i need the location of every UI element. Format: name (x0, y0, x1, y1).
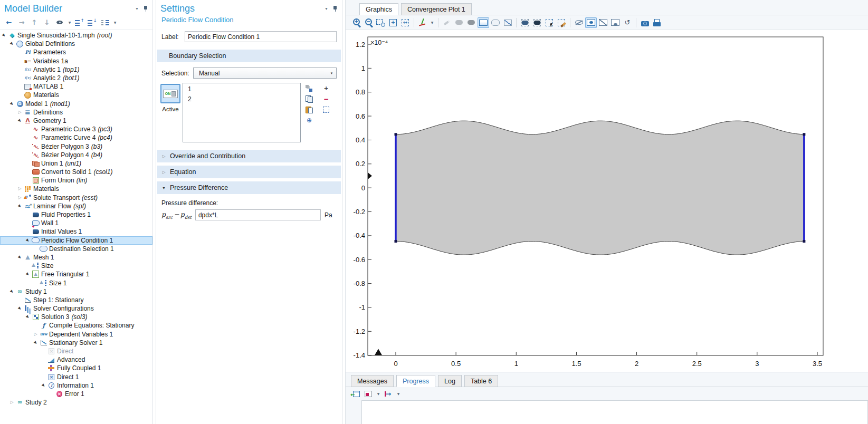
copy-selection-icon[interactable] (305, 95, 313, 103)
no-lighting-icon[interactable] (502, 17, 513, 28)
select-arrow-icon[interactable] (543, 17, 555, 28)
tab-messages[interactable]: Messages (351, 375, 394, 387)
tree-item[interactable]: MATLAB 1 (0, 82, 152, 91)
tree-item[interactable]: ▶Solver Configurations (0, 304, 152, 313)
collapsed-arrow-icon[interactable]: ▷ (9, 398, 15, 407)
tree-item[interactable]: ▶Global Definitions (0, 40, 152, 48)
dropdown-icon[interactable]: ▼ (429, 17, 435, 28)
graphics-canvas[interactable]: ×10⁻⁴1.210.80.60.40.20-0.2-0.4-0.6-0.8-1… (346, 30, 868, 372)
tree-item[interactable]: ▷Definitions (0, 108, 152, 117)
view-orientation-icon[interactable] (417, 17, 428, 28)
tab-log[interactable]: Log (438, 375, 462, 387)
selection-list-item[interactable]: 2 (183, 94, 300, 104)
panel-divider[interactable] (342, 0, 346, 424)
tree-item[interactable]: ▶Study 1 (0, 287, 152, 296)
zoom-in-icon[interactable]: + (351, 17, 363, 28)
tree-item[interactable]: ▶Solution 3(sol3) (0, 313, 152, 321)
progress-display-icon[interactable] (363, 389, 374, 399)
active-toggle-button[interactable]: ON (160, 84, 180, 103)
zoom-out-icon[interactable]: − (363, 17, 375, 28)
tree-item[interactable]: Direct 1 (0, 373, 152, 381)
tree-item[interactable]: ▶Single Sinusoidal-10-1.mph(root) (0, 31, 152, 40)
tree-item[interactable]: Fully Coupled 1 (0, 364, 152, 372)
boundary-selection-list[interactable]: 12 (183, 83, 301, 142)
zoom-box-icon[interactable] (375, 17, 387, 28)
tree-item[interactable]: Wall 1 (0, 219, 152, 227)
show-icon[interactable] (54, 17, 65, 28)
transparency-icon[interactable] (453, 17, 465, 28)
section-pressure-difference[interactable]: ▼ Pressure Difference (157, 181, 341, 194)
snapshot-camera-icon[interactable] (639, 17, 651, 28)
zoom-extents-icon[interactable]: + (387, 17, 399, 28)
selection-dropdown[interactable]: Manual ▼ (193, 68, 337, 79)
tree-item[interactable]: ▶Free Triangular 1 (0, 270, 152, 278)
label-input[interactable] (185, 31, 337, 42)
tree-item[interactable]: Initial Values 1 (0, 227, 152, 236)
view-visible-icon[interactable] (585, 17, 597, 28)
zoom-to-selection-icon[interactable]: ⊕ (305, 116, 313, 124)
tree-item[interactable]: Parameters (0, 48, 152, 56)
collapse-all-icon[interactable] (74, 17, 85, 28)
tree-item[interactable]: Convert to Solid 1(csol1) (0, 168, 152, 176)
scene-light-off-icon[interactable] (490, 17, 501, 28)
collapsed-arrow-icon[interactable]: ▷ (17, 185, 23, 193)
geometry-plot[interactable]: ×10⁻⁴1.210.80.60.40.20-0.2-0.4-0.6-0.8-1… (346, 30, 868, 372)
tree-item[interactable]: Destination Selection 1 (0, 245, 152, 253)
tree-item[interactable]: Compile Equations: Stationary (0, 321, 152, 330)
tab-convergence-plot-1[interactable]: Convergence Plot 1 (401, 3, 472, 15)
tree-item[interactable]: Union 1(uni1) (0, 159, 152, 168)
paste-selection-icon[interactable] (305, 105, 313, 113)
tree-item[interactable]: ▷Study 2 (0, 398, 152, 407)
selection-list-item[interactable]: 1 (183, 84, 300, 94)
section-override-and-contribution[interactable]: ▷ Override and Contribution (157, 150, 341, 162)
tab-table-6[interactable]: Table 6 (464, 375, 498, 387)
tree-item[interactable]: Analytic 2(bot1) (0, 74, 152, 82)
section-equation[interactable]: ▷ Equation (157, 166, 341, 178)
zoom-selected-icon[interactable]: ↔ (399, 17, 411, 28)
back-icon[interactable]: ← (3, 17, 15, 28)
tab-graphics[interactable]: Graphics (359, 3, 398, 15)
section-boundary-selection[interactable]: Boundary Selection (157, 50, 341, 62)
edit-icon[interactable] (441, 17, 453, 28)
tree-item[interactable]: ▷Materials (0, 185, 152, 193)
vertex-handle[interactable] (803, 133, 805, 136)
tree-item[interactable]: Parametric Curve 4(pc4) (0, 133, 152, 142)
tree-item[interactable]: ▶Periodic Flow Condition 1 (0, 236, 152, 245)
pressure-difference-input[interactable] (195, 209, 321, 220)
tree-item[interactable]: ▶Stationary Solver 1 (0, 339, 152, 347)
tree-item[interactable]: Bézier Polygon 4(b4) (0, 151, 152, 159)
hide-selected-icon[interactable] (597, 17, 609, 28)
transparency-dark-icon[interactable] (465, 17, 477, 28)
node-text-icon[interactable] (99, 17, 111, 28)
clear-selection-broom-icon[interactable] (556, 17, 567, 28)
tree-item[interactable]: ▶Geometry 1 (0, 117, 152, 125)
vertex-handle[interactable] (395, 240, 397, 243)
tree-item[interactable]: Advanced (0, 355, 152, 364)
collapsed-arrow-icon[interactable]: ▷ (17, 194, 23, 202)
panel-menu-icon[interactable]: ▼ (135, 7, 139, 11)
tree-item[interactable]: Direct (0, 347, 152, 355)
collapsed-arrow-icon[interactable]: ▷ (33, 330, 39, 339)
tree-item[interactable]: Size (0, 262, 152, 270)
forward-icon[interactable]: → (16, 17, 27, 28)
tree-item[interactable]: Variables 1a (0, 57, 152, 65)
tree-item[interactable]: Form Union(fin) (0, 176, 152, 185)
tree-item[interactable]: Analytic 1(top1) (0, 65, 152, 74)
vertex-handle[interactable] (803, 240, 805, 243)
progress-display-dropdown-icon[interactable]: ▼ (375, 389, 381, 399)
panel-divider[interactable] (152, 0, 156, 424)
tab-progress[interactable]: Progress (396, 375, 435, 387)
tree-item[interactable]: ▷Solute Transport(esst) (0, 194, 152, 202)
tree-item[interactable]: ▶Laminar Flow(spf) (0, 202, 152, 210)
vertex-handle[interactable] (395, 133, 397, 136)
show-dropdown-icon[interactable]: ▼ (66, 17, 73, 28)
tree-item[interactable]: Size 1 (0, 278, 152, 287)
pin-icon[interactable] (332, 5, 338, 12)
dock-table-icon[interactable] (350, 389, 361, 399)
node-text-dropdown-icon[interactable]: ▼ (112, 17, 118, 28)
tree-item[interactable]: ▷Dependent Variables 1 (0, 330, 152, 339)
clear-selection-icon[interactable] (322, 105, 330, 113)
panel-menu-icon[interactable]: ▼ (325, 7, 328, 11)
add-to-selection-icon[interactable]: + (322, 84, 330, 92)
pin-icon[interactable] (143, 5, 148, 12)
